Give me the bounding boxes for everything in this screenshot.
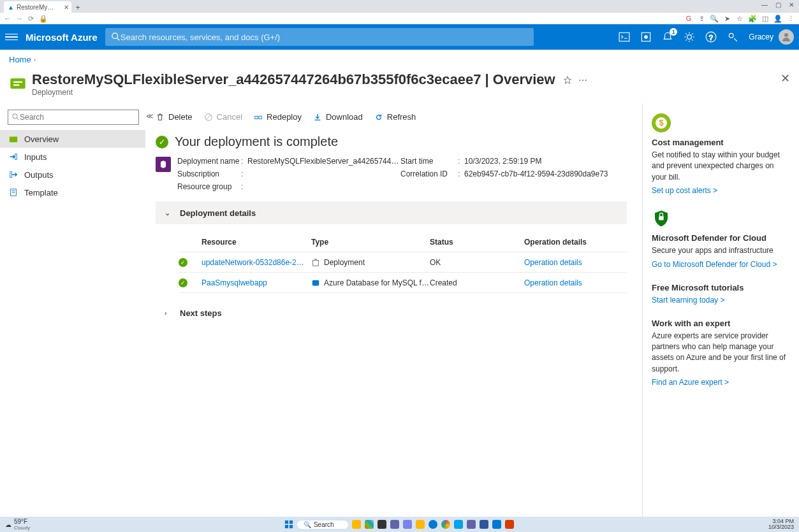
defender-card: Microsoft Defender for Cloud Secure your…: [652, 209, 790, 268]
sidebar-item-overview[interactable]: Overview: [0, 130, 145, 148]
page-subtitle: Deployment: [32, 88, 555, 97]
svg-line-14: [17, 119, 19, 120]
sidepanel-icon[interactable]: ◫: [761, 15, 770, 23]
forward-icon[interactable]: →: [16, 15, 23, 22]
col-operation-details: Operation details: [524, 238, 627, 247]
avatar-icon: [779, 29, 794, 45]
pin-icon[interactable]: [563, 76, 572, 85]
menu-icon[interactable]: ⋮: [786, 15, 795, 23]
table-header: Resource Type Status Operation details: [179, 232, 627, 252]
col-status: Status: [430, 238, 524, 247]
card-body: Get notified to stay within your budget …: [652, 150, 790, 183]
browser-chrome: ▲ RestoreMySQLFlexibleServer_a... ✕ + — …: [0, 0, 799, 24]
card-body: Azure experts are service provider partn…: [652, 331, 790, 375]
azure-logo[interactable]: Microsoft Azure: [26, 32, 98, 43]
notifications-button[interactable]: 1: [662, 31, 673, 43]
share-icon[interactable]: ⇪: [697, 15, 706, 23]
copilot-icon[interactable]: [640, 31, 652, 43]
toolbar: Delete Cancel Redeploy Download Refresh: [152, 110, 631, 131]
operation-details-link[interactable]: Operation details: [524, 258, 627, 267]
svg-rect-26: [312, 280, 319, 285]
card-title: Free Microsoft tutorials: [652, 283, 790, 292]
more-icon[interactable]: ⋯: [578, 75, 587, 85]
svg-rect-15: [10, 137, 17, 143]
hamburger-menu-button[interactable]: [5, 34, 18, 41]
cloud-shell-icon[interactable]: [619, 31, 630, 43]
reload-icon[interactable]: ⟳: [28, 15, 34, 23]
gsuite-icon[interactable]: G: [684, 15, 693, 22]
resource-status: Created: [430, 278, 524, 287]
svg-point-4: [645, 36, 648, 39]
expert-link[interactable]: Find an Azure expert >: [652, 378, 729, 387]
new-tab-button[interactable]: +: [73, 3, 83, 13]
section-next-steps[interactable]: › Next steps: [156, 303, 627, 322]
defender-link[interactable]: Go to Microsoft Defender for Cloud >: [652, 260, 777, 269]
user-menu[interactable]: Gracey: [749, 29, 794, 45]
status-ok-icon: ✓: [179, 258, 187, 267]
svg-rect-10: [10, 78, 25, 89]
svg-rect-12: [13, 84, 19, 85]
shield-icon: [652, 209, 671, 228]
cost-management-card: $ Cost management Get notified to stay w…: [652, 113, 790, 195]
close-blade-button[interactable]: ✕: [781, 71, 790, 85]
cost-alerts-link[interactable]: Set up cost alerts >: [652, 186, 717, 195]
breadcrumb: Home ›: [0, 50, 799, 69]
back-icon[interactable]: ←: [4, 15, 11, 22]
maximize-icon[interactable]: ▢: [775, 1, 781, 8]
collapse-sidebar-icon[interactable]: ≪: [146, 112, 154, 120]
extensions-icon[interactable]: 🧩: [748, 15, 757, 23]
sidebar-search-input[interactable]: [20, 113, 135, 122]
close-window-icon[interactable]: ✕: [789, 1, 794, 8]
chevron-down-icon: ⌄: [165, 209, 172, 217]
minimize-icon[interactable]: —: [761, 1, 768, 8]
global-search[interactable]: [105, 28, 534, 46]
value-resource-group: [247, 182, 400, 191]
send-icon[interactable]: ➤: [722, 15, 731, 23]
deployment-details-table: Resource Type Status Operation details ✓…: [179, 232, 627, 293]
feedback-icon[interactable]: [727, 31, 738, 43]
sidebar-item-outputs[interactable]: Outputs: [0, 166, 145, 183]
tab-title: RestoreMySQLFlexibleServer_a...: [17, 4, 57, 11]
sidebar-item-inputs[interactable]: Inputs: [0, 148, 145, 166]
trash-icon: [156, 113, 165, 122]
resource-link[interactable]: PaaSmysqlwebapp: [202, 278, 311, 287]
breadcrumb-home[interactable]: Home: [9, 55, 31, 64]
svg-point-9: [784, 33, 788, 37]
user-name: Gracey: [749, 32, 773, 41]
svg-rect-11: [13, 82, 22, 83]
bookmark-icon[interactable]: ☆: [735, 15, 744, 23]
resource-link[interactable]: updateNetwork-0532d86e-28cf-4: [202, 258, 311, 267]
card-title: Microsoft Defender for Cloud: [652, 233, 790, 243]
chevron-right-icon: ›: [165, 309, 172, 317]
svg-point-5: [687, 35, 692, 40]
settings-icon[interactable]: [684, 31, 695, 43]
download-button[interactable]: Download: [313, 112, 363, 122]
tutorials-card: Free Microsoft tutorials Start learning …: [652, 283, 790, 305]
expert-card: Work with an expert Azure experts are se…: [652, 319, 790, 387]
tab-close-icon[interactable]: ✕: [64, 4, 69, 11]
operation-details-link[interactable]: Operation details: [524, 278, 627, 287]
zoom-icon[interactable]: 🔍: [710, 15, 719, 23]
cancel-icon: [204, 113, 213, 122]
redeploy-icon: [254, 113, 263, 122]
svg-point-0: [112, 33, 118, 39]
refresh-button[interactable]: Refresh: [374, 112, 416, 122]
sidebar-search[interactable]: ≪: [8, 110, 139, 125]
card-body: Secure your apps and infrastructure: [652, 245, 790, 256]
browser-tab[interactable]: ▲ RestoreMySQLFlexibleServer_a... ✕: [4, 1, 71, 13]
global-search-input[interactable]: [121, 32, 527, 42]
status-message: Your deployment is complete: [175, 134, 338, 149]
sidebar-item-label: Inputs: [24, 152, 47, 162]
profile-icon[interactable]: 👤: [773, 15, 782, 23]
sidebar-item-template[interactable]: Template: [0, 183, 145, 201]
delete-button[interactable]: Delete: [156, 112, 193, 122]
search-icon: [12, 113, 20, 121]
page-title: RestoreMySQLFlexibleServer_a442657447264…: [32, 71, 555, 88]
help-icon[interactable]: ?: [705, 31, 717, 43]
label-start-time: Start time: [400, 157, 458, 166]
window-controls: — ▢ ✕: [761, 1, 799, 8]
tutorials-link[interactable]: Start learning today >: [652, 296, 724, 305]
section-deployment-details[interactable]: ⌄ Deployment details: [156, 201, 627, 224]
table-row: ✓ updateNetwork-0532d86e-28cf-4 Deployme…: [179, 252, 627, 273]
redeploy-button[interactable]: Redeploy: [254, 112, 302, 122]
